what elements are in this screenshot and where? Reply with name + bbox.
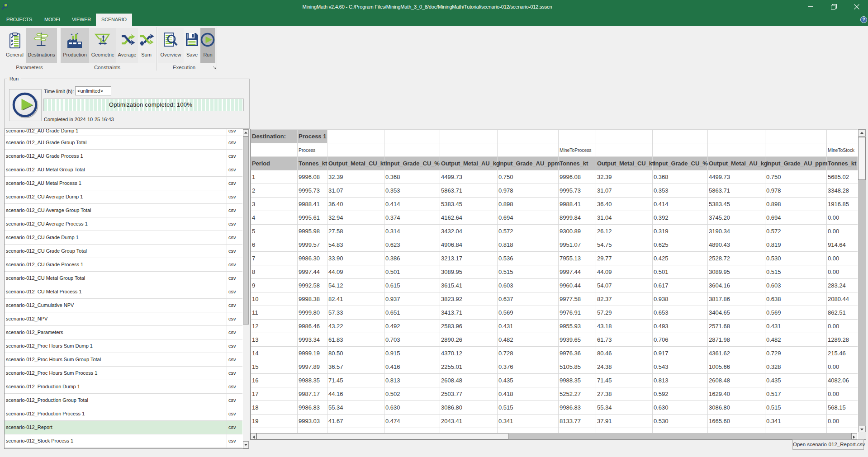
svg-text:?: ? <box>862 17 865 22</box>
